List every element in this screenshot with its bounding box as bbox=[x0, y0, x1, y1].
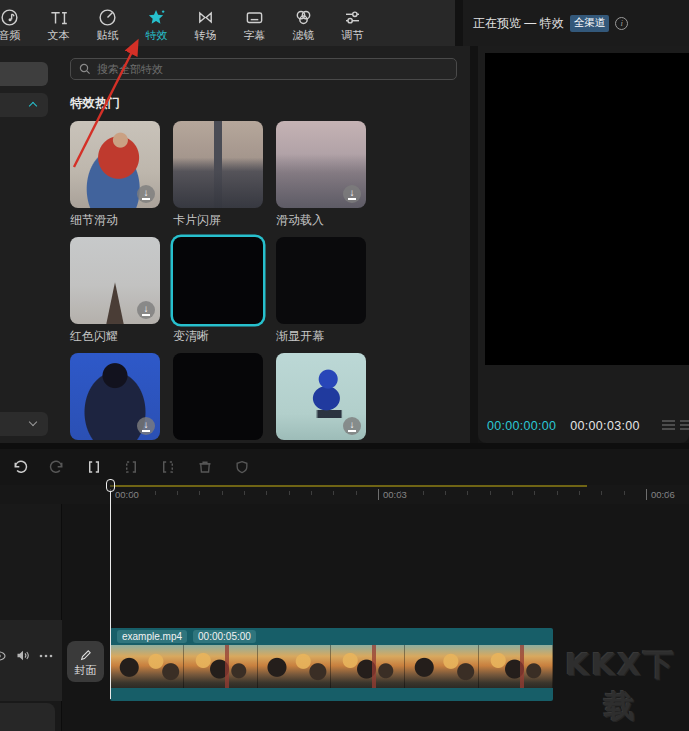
ruler-tick bbox=[333, 491, 334, 495]
video-canvas bbox=[485, 53, 689, 365]
toolbar-item-label: 转场 bbox=[195, 29, 217, 41]
cover-button[interactable]: 封面 bbox=[67, 641, 104, 682]
split-left-icon bbox=[122, 458, 140, 476]
toolbar-items: 音频文本贴纸特效转场字幕滤镜调节 bbox=[0, 0, 455, 46]
toggle-visibility-button[interactable] bbox=[0, 650, 7, 662]
ruler-tick bbox=[557, 491, 558, 495]
chevron-up-icon bbox=[29, 102, 37, 110]
effect-thumbnail[interactable]: ↓ bbox=[276, 121, 366, 208]
effect-thumbnail[interactable]: ↓ bbox=[70, 121, 160, 208]
ruler-tick bbox=[155, 491, 156, 495]
delete-button[interactable] bbox=[195, 457, 215, 477]
ruler-tick bbox=[356, 491, 357, 495]
ruler-tick bbox=[624, 491, 625, 495]
split-left-button[interactable] bbox=[121, 457, 141, 477]
delete-icon bbox=[196, 458, 214, 476]
text-icon bbox=[49, 7, 69, 27]
effect-card[interactable]: 卡片闪屏 bbox=[173, 121, 263, 227]
toolbar-item-filter[interactable]: 滤镜 bbox=[279, 4, 328, 41]
clip-header: example.mp4 00:00:05:00 bbox=[110, 628, 553, 645]
toolbar-item-sticker[interactable]: 贴纸 bbox=[83, 4, 132, 41]
adjust-icon bbox=[343, 7, 363, 27]
split-right-button[interactable] bbox=[158, 457, 178, 477]
download-icon: ↓ bbox=[137, 185, 155, 203]
category-tab[interactable] bbox=[0, 62, 48, 86]
clip-duration-badge: 00:00:05:00 bbox=[193, 630, 256, 643]
transition-icon bbox=[196, 7, 216, 27]
effect-thumbnail[interactable] bbox=[173, 353, 263, 440]
ruler-tick bbox=[199, 491, 200, 495]
track-area: 封面 example.mp4 00:00:05:00 KKX下载 www.kkx… bbox=[0, 504, 689, 731]
ratio-adapt-icon[interactable] bbox=[662, 420, 675, 432]
category-tab-expand[interactable] bbox=[0, 412, 48, 436]
redo-button[interactable] bbox=[47, 457, 67, 477]
video-clip[interactable]: example.mp4 00:00:05:00 bbox=[110, 628, 553, 701]
toolbar-item-text[interactable]: 文本 bbox=[34, 4, 83, 41]
undo-button[interactable] bbox=[10, 457, 30, 477]
more-options-button[interactable] bbox=[39, 654, 53, 658]
film-frame bbox=[110, 645, 184, 688]
effect-thumbnail[interactable]: ↓ bbox=[276, 353, 366, 440]
collapsed-panel-corner bbox=[0, 703, 55, 731]
effect-card[interactable]: 变清晰 bbox=[173, 237, 263, 343]
ratio-full-icon[interactable] bbox=[680, 420, 689, 432]
info-icon[interactable] bbox=[615, 17, 628, 30]
download-icon: ↓ bbox=[343, 417, 361, 435]
subtitle-icon bbox=[245, 7, 265, 27]
ruler-tick bbox=[668, 491, 669, 495]
effect-card[interactable]: ↓红色闪耀 bbox=[70, 237, 160, 343]
toolbar-item-subtitle[interactable]: 字幕 bbox=[230, 4, 279, 41]
clip-footer bbox=[110, 688, 553, 701]
filmstrip bbox=[110, 645, 553, 688]
mark-button[interactable] bbox=[232, 457, 252, 477]
toolbar-item-label: 字幕 bbox=[244, 29, 266, 41]
split-button[interactable] bbox=[84, 457, 104, 477]
effect-thumbnail[interactable]: ↓ bbox=[70, 353, 160, 440]
toolbar-item-transition[interactable]: 转场 bbox=[181, 4, 230, 41]
effect-thumbnail[interactable]: ↓ bbox=[70, 237, 160, 324]
effects-icon bbox=[147, 7, 167, 27]
total-duration: 00:00:03:00 bbox=[570, 419, 639, 433]
effect-name: 卡片闪屏 bbox=[173, 213, 263, 227]
audio-icon bbox=[0, 7, 20, 27]
search-bar bbox=[70, 58, 457, 80]
preview-header: 正在预览 — 特效 全渠道 bbox=[463, 0, 689, 46]
toolbar-item-adjust[interactable]: 调节 bbox=[328, 4, 377, 41]
toolbar-item-audio[interactable]: 音频 bbox=[0, 4, 34, 41]
film-frame bbox=[184, 645, 258, 688]
category-strip bbox=[0, 46, 56, 443]
ruler-tick bbox=[400, 491, 401, 495]
preview-title: 正在预览 — 特效 bbox=[473, 15, 564, 32]
section-title: 特效热门 bbox=[70, 95, 457, 112]
effect-card[interactable]: 渐显开幕 bbox=[276, 237, 366, 343]
search-icon bbox=[79, 63, 91, 75]
mark-icon bbox=[233, 458, 251, 476]
ruler-tick bbox=[132, 491, 133, 495]
effect-card[interactable]: ↓过快闪烁 bbox=[276, 353, 366, 443]
effect-thumbnail[interactable] bbox=[173, 121, 263, 208]
effect-thumbnail[interactable] bbox=[276, 237, 366, 324]
sticker-icon bbox=[98, 7, 118, 27]
category-tab-collapse[interactable] bbox=[0, 93, 48, 117]
film-frame bbox=[405, 645, 479, 688]
effect-card[interactable]: ↓滑动载入 bbox=[276, 121, 366, 227]
toolbar-item-effects[interactable]: 特效 bbox=[132, 4, 181, 41]
effect-name: 渐显开幕 bbox=[276, 329, 366, 343]
download-icon: ↓ bbox=[137, 301, 155, 319]
effect-card[interactable]: ↓灵魂出窍 bbox=[70, 353, 160, 443]
mute-track-button[interactable] bbox=[16, 649, 30, 662]
cover-button-label: 封面 bbox=[75, 664, 97, 676]
split-icon bbox=[85, 458, 103, 476]
effect-name: 细节滑动 bbox=[70, 213, 160, 227]
search-input[interactable] bbox=[97, 59, 456, 79]
effects-panel: 特效热门 ↓细节滑动卡片闪屏↓滑动载入↓红色闪耀变清晰渐显开幕↓灵魂出窍渐隐闭幕… bbox=[56, 46, 470, 443]
timeline-ruler[interactable]: 00:0000:0300:06 bbox=[0, 485, 689, 504]
effect-card[interactable]: 渐隐闭幕 bbox=[173, 353, 263, 443]
effect-thumbnail[interactable] bbox=[173, 237, 263, 324]
ruler-tick bbox=[222, 491, 223, 495]
ruler-tick bbox=[534, 491, 535, 495]
watermark: KKX下载 www.kkx.net bbox=[552, 644, 689, 731]
effect-card[interactable]: ↓细节滑动 bbox=[70, 121, 160, 227]
toolbar-item-label: 文本 bbox=[48, 29, 70, 41]
time-row: 00:00:00:00 00:00:03:00 bbox=[487, 419, 689, 433]
